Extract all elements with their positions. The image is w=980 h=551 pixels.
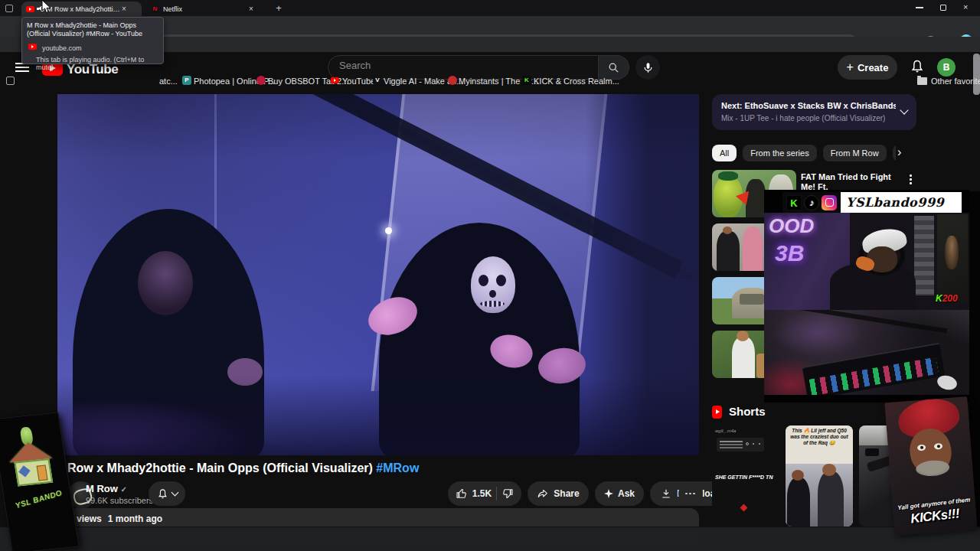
kick-favicon-icon: K <box>522 76 531 85</box>
kick-count: 200 <box>942 293 958 304</box>
notification-preference-button[interactable] <box>149 481 185 506</box>
bando-art-text: YSL BANDO <box>7 486 71 512</box>
like-button[interactable]: 1.5K <box>448 481 521 506</box>
tooltip-title: M Row x Mhady2hottie - Main Opps (Offici… <box>27 21 160 38</box>
mini-player-lines <box>720 441 743 442</box>
mouse-cursor <box>41 0 54 14</box>
bookmark-item[interactable]: atc... <box>159 77 178 86</box>
shorts-logo-icon <box>712 406 722 419</box>
obsbot-favicon-icon <box>256 76 266 85</box>
shorts-figure <box>818 471 844 527</box>
shorts-filename: wglt_.m4a <box>715 429 736 433</box>
stream-facecam: OOD 3B K200 <box>764 213 969 310</box>
chip-all[interactable]: All <box>712 145 737 161</box>
tab-youtube[interactable]: M Row x Mhady2hottie - Ma <box>21 2 142 16</box>
shorts-heading: Shorts <box>729 405 766 418</box>
bookmark-item[interactable]: YouTube <box>342 77 375 86</box>
chevron-down-icon[interactable] <box>900 106 908 114</box>
neon-sign-text: OOD <box>769 214 814 238</box>
stream-handle: YSLbando999 <box>841 195 944 210</box>
search-input[interactable] <box>339 60 584 71</box>
stream-banner: YSLbando999 <box>782 192 962 213</box>
tooltip-audio-note: This tab is playing audio. (Ctrl+M to mu… <box>36 56 163 71</box>
next-subtitle: Mix - 1UP Tee - i hate people (Official … <box>721 114 896 122</box>
shorts-figure <box>792 470 804 481</box>
tiktok-icon <box>804 195 819 210</box>
page-scrollbar-thumb[interactable] <box>973 54 980 95</box>
tab-title: Netflix <box>163 5 247 13</box>
wall-poster <box>914 216 934 295</box>
more-horizontal-icon <box>685 493 696 495</box>
tab-tooltip: M Row x Mhady2hottie - Main Opps (Offici… <box>21 17 164 64</box>
video-art-vignette <box>57 94 699 455</box>
youtube-favicon-icon <box>28 44 37 50</box>
thumbs-up-icon <box>456 487 468 500</box>
create-button[interactable]: Create <box>838 55 897 80</box>
window-close-button[interactable] <box>963 2 972 13</box>
filter-chips: All From the series From M Row Drill mu <box>712 145 896 163</box>
like-divider <box>496 487 497 500</box>
window-restore-button[interactable] <box>940 5 946 11</box>
thumb-art <box>740 294 764 305</box>
shorts-card[interactable]: This 🔥 Lil jeff and Q50 was the craziest… <box>786 425 853 527</box>
video-hashtag-link[interactable]: #MRow <box>376 461 419 474</box>
thumbs-down-icon[interactable] <box>501 487 514 500</box>
more-actions-button[interactable] <box>678 481 703 506</box>
share-button[interactable]: Share <box>528 481 589 506</box>
dog-poster <box>937 214 968 303</box>
plus-icon <box>847 60 854 74</box>
meme-overlay-window[interactable]: Yall got anymore of them KICKs!!! <box>884 396 977 536</box>
account-avatar[interactable]: B <box>937 58 956 77</box>
thumb-art <box>723 227 732 234</box>
mic-icon <box>642 62 654 73</box>
mini-player-icons <box>746 442 749 445</box>
chip-from-channel[interactable]: From M Row <box>823 145 887 161</box>
tab-close-icon[interactable] <box>247 5 255 13</box>
window-minimize-button[interactable] <box>916 7 923 8</box>
kick-k-icon: K <box>936 293 942 304</box>
tab-search-icon[interactable] <box>5 5 13 12</box>
bookmarks-apps-icon[interactable] <box>6 77 15 85</box>
verified-badge-icon: ✓ <box>121 485 127 494</box>
chip-drill[interactable]: Drill mu <box>893 145 896 161</box>
tab-close-icon[interactable] <box>120 5 128 13</box>
tab-title: M Row x Mhady2hottie - Ma <box>47 5 120 13</box>
chip-from-series[interactable]: From the series <box>743 145 816 161</box>
instagram-icon <box>822 195 837 210</box>
browser-tab-bar: M Row x Mhady2hottie - Ma Netflix <box>0 0 980 16</box>
bookmark-item[interactable]: KICK & Cross Realm... <box>534 77 619 86</box>
ask-button[interactable]: Ask <box>595 481 644 506</box>
viggle-favicon-icon: V <box>373 76 382 85</box>
youtube-favicon-icon <box>26 6 34 12</box>
thumb-art <box>743 227 763 271</box>
shorts-caption: This 🔥 Lil jeff and Q50 was the craziest… <box>786 425 853 464</box>
video-title: Row x Mhady2hottie - Main Opps (Official… <box>67 461 419 475</box>
next-up-card[interactable]: Next: EthoSuave x Stacks BW x ChrisBands… <box>712 94 916 130</box>
next-title: EthoSuave x Stacks BW x ChrisBands - Pay… <box>745 101 896 110</box>
create-label: Create <box>858 62 888 73</box>
folder-icon <box>917 77 927 85</box>
stream-deskcam <box>764 310 969 395</box>
more-vertical-icon[interactable] <box>910 174 912 185</box>
photopea-favicon-icon: P <box>182 76 191 85</box>
next-label: Next: <box>721 101 743 110</box>
video-player[interactable] <box>57 94 699 455</box>
download-icon <box>660 487 672 500</box>
channel-name[interactable]: M Row ✓ <box>86 483 127 494</box>
sparkle-icon <box>604 489 613 498</box>
new-tab-button[interactable] <box>273 2 285 15</box>
chips-next-arrow-icon[interactable] <box>897 145 901 159</box>
tab-netflix[interactable]: Netflix <box>147 2 266 16</box>
chevron-down-icon <box>171 489 178 497</box>
shorts-card[interactable]: wglt_.m4a SHE GETTIN F****D TN <box>712 425 779 527</box>
voice-search-button[interactable] <box>635 55 660 80</box>
thumb-art <box>717 231 740 271</box>
stream-overlay-window[interactable]: YSLbando999 OOD 3B K200 <box>764 190 969 403</box>
kick-icon <box>786 195 802 210</box>
shorts-figure <box>787 478 810 527</box>
notifications-bell-icon[interactable] <box>910 59 925 77</box>
other-favorites-button[interactable]: Other favorites <box>931 77 980 86</box>
shorts-emoji <box>740 504 748 512</box>
channel-name-text: M Row <box>86 483 118 494</box>
thumb-art <box>718 171 738 181</box>
